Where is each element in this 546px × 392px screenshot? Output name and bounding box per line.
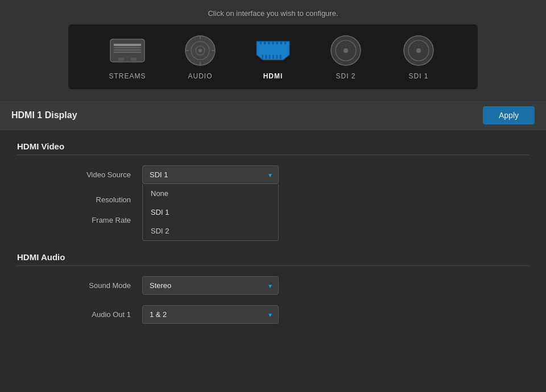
streams-icon	[107, 34, 148, 68]
hdmi-audio-divider	[17, 265, 529, 266]
hdmi-label: HDMI	[263, 72, 283, 80]
svg-rect-1	[114, 44, 141, 46]
svg-rect-16	[264, 41, 266, 44]
svg-rect-5	[118, 57, 124, 61]
svg-rect-24	[269, 55, 271, 59]
video-source-dropdown: None SDI 1 SDI 2	[142, 184, 279, 241]
header-bar: HDMI 1 Display Apply	[0, 101, 546, 130]
audio-out-1-select[interactable]: 1 & 2 ▼	[142, 305, 279, 324]
svg-point-10	[198, 49, 202, 52]
svg-rect-23	[266, 55, 267, 59]
audio-icon	[180, 34, 221, 68]
svg-rect-3	[114, 49, 141, 51]
dropdown-option-sdi2[interactable]: SDI 2	[143, 222, 278, 240]
video-source-select[interactable]: SDI 1 ▼ None SDI 1 SDI 2	[142, 165, 279, 184]
interface-sdi2[interactable]: SDI 2	[325, 34, 366, 80]
frame-rate-label: Frame Rate	[51, 216, 142, 224]
audio-out-1-row: Audio Out 1 1 & 2 ▼	[17, 305, 529, 324]
svg-rect-25	[272, 55, 274, 59]
audio-out-1-value: 1 & 2	[150, 310, 167, 319]
svg-rect-21	[284, 41, 287, 44]
hdmi-audio-section: HDMI Audio Sound Mode Stereo ▼ Audio Out…	[0, 241, 546, 340]
video-source-label: Video Source	[51, 170, 142, 179]
svg-rect-19	[276, 41, 278, 44]
svg-rect-6	[131, 57, 136, 61]
audio-out-1-display[interactable]: 1 & 2 ▼	[142, 305, 279, 324]
svg-point-33	[416, 48, 421, 53]
svg-rect-4	[114, 52, 141, 53]
hdmi-video-title: HDMI Video	[17, 141, 529, 151]
instruction-text: Click on interface you wish to configure…	[11, 9, 535, 18]
svg-point-30	[344, 48, 348, 53]
interface-audio[interactable]: AUDIO	[180, 34, 221, 80]
main-content: HDMI 1 Display Apply HDMI Video Video So…	[0, 101, 546, 340]
sound-mode-value: Stereo	[150, 281, 171, 290]
interface-sdi1[interactable]: SDI 1	[398, 34, 439, 80]
sound-mode-arrow: ▼	[267, 282, 273, 289]
sdi1-label: SDI 1	[408, 72, 428, 80]
video-source-row: Video Source SDI 1 ▼ None SDI 1 SDI 2	[17, 165, 529, 184]
svg-rect-18	[272, 41, 274, 44]
interface-hdmi[interactable]: HDMI	[253, 34, 293, 80]
svg-rect-17	[268, 41, 270, 44]
streams-label: STREAMS	[109, 72, 146, 80]
sound-mode-select[interactable]: Stereo ▼	[142, 276, 279, 295]
interface-streams[interactable]: STREAMS	[107, 34, 148, 80]
video-source-display[interactable]: SDI 1 ▼	[142, 165, 279, 184]
hdmi-audio-title: HDMI Audio	[17, 252, 529, 262]
dropdown-option-none[interactable]: None	[143, 184, 278, 203]
interface-selector: STREAMS AUDIO	[68, 24, 478, 89]
audio-label: AUDIO	[188, 72, 212, 80]
hdmi-icon	[253, 34, 293, 68]
svg-rect-26	[276, 55, 278, 59]
sound-mode-display[interactable]: Stereo ▼	[142, 276, 279, 295]
audio-out-1-label: Audio Out 1	[51, 310, 142, 319]
dropdown-arrow: ▼	[267, 172, 273, 178]
svg-rect-20	[280, 41, 283, 44]
audio-out-1-arrow: ▼	[267, 311, 273, 318]
hdmi-video-section: HDMI Video Video Source SDI 1 ▼ None SDI…	[0, 130, 546, 241]
page-title: HDMI 1 Display	[11, 110, 77, 120]
sdi1-icon	[398, 34, 439, 68]
interface-panel: Click on interface you wish to configure…	[0, 0, 546, 101]
video-source-value: SDI 1	[150, 170, 168, 179]
svg-rect-2	[114, 47, 141, 48]
sound-mode-label: Sound Mode	[51, 281, 142, 290]
sdi2-icon	[325, 34, 366, 68]
svg-rect-15	[260, 41, 262, 44]
apply-button[interactable]: Apply	[483, 106, 535, 124]
resolution-label: Resolution	[51, 195, 142, 204]
sdi2-label: SDI 2	[336, 72, 355, 80]
svg-rect-22	[262, 55, 263, 59]
svg-rect-27	[280, 55, 282, 59]
hdmi-video-divider	[17, 155, 529, 155]
dropdown-option-sdi1[interactable]: SDI 1	[143, 203, 278, 222]
sound-mode-row: Sound Mode Stereo ▼	[17, 276, 529, 295]
